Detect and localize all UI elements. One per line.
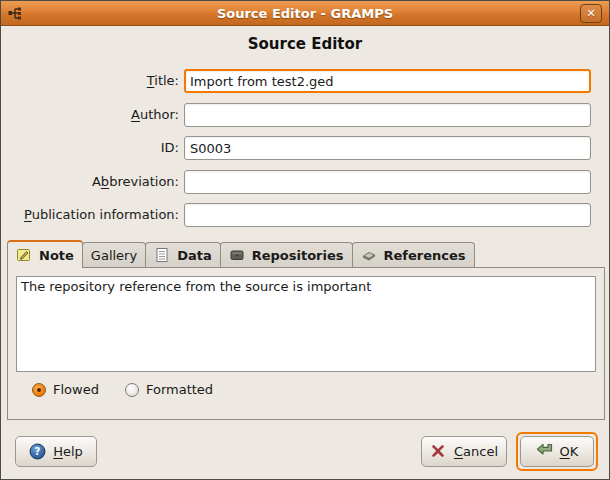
tab-note-label: Note [39, 248, 74, 263]
close-button[interactable]: ✕ [580, 4, 602, 23]
ok-button[interactable]: OK [520, 436, 594, 467]
cancel-icon [430, 443, 447, 460]
note-panel: The repository reference from the source… [7, 267, 605, 420]
data-icon [154, 247, 171, 264]
title-label: Title: [5, 69, 179, 93]
id-label: ID: [5, 136, 179, 160]
repositories-icon [229, 247, 246, 264]
formatted-radio[interactable]: Formatted [125, 382, 213, 397]
tab-data[interactable]: Data [145, 242, 221, 267]
title-input[interactable] [184, 69, 591, 93]
note-textarea[interactable]: The repository reference from the source… [16, 276, 596, 372]
form-row-author: Author: [5, 103, 591, 127]
window-title: Source Editor - GRAMPS [1, 6, 609, 21]
note-format-options: Flowed Formatted [32, 382, 213, 397]
radio-selected-icon [32, 383, 46, 397]
titlebar[interactable]: Source Editor - GRAMPS ✕ [1, 1, 609, 26]
help-icon: ? [29, 443, 46, 460]
publication-label: Publication information: [5, 203, 179, 227]
help-button[interactable]: ? Help [15, 436, 97, 467]
page-title: Source Editor [1, 35, 609, 53]
cancel-button-label: Cancel [454, 444, 498, 459]
flowed-radio[interactable]: Flowed [32, 382, 99, 397]
form-row-abbreviation: Abbreviation: [5, 170, 591, 194]
ok-button-focus-ring: OK [516, 432, 598, 471]
close-icon: ✕ [586, 7, 595, 20]
formatted-label: Formatted [146, 382, 213, 397]
tab-repositories[interactable]: Repositories [220, 242, 353, 267]
form-row-publication: Publication information: [5, 203, 591, 227]
form-row-title: Title: [5, 69, 591, 93]
publication-input[interactable] [184, 203, 591, 227]
tab-data-label: Data [177, 248, 212, 263]
tab-gallery-label: Gallery [91, 248, 137, 263]
author-input[interactable] [184, 103, 591, 127]
notebook-tabs: Note Gallery Data Repositories [7, 240, 475, 268]
abbreviation-label: Abbreviation: [5, 170, 179, 194]
author-label: Author: [5, 103, 179, 127]
id-input[interactable] [184, 136, 591, 160]
flowed-label: Flowed [53, 382, 99, 397]
form-row-id: ID: [5, 136, 591, 160]
references-icon [361, 247, 378, 264]
tab-note[interactable]: Note [7, 240, 83, 268]
help-button-label: Help [53, 444, 83, 459]
cancel-button[interactable]: Cancel [421, 436, 507, 467]
ok-button-label: OK [560, 444, 579, 459]
tab-references-label: References [384, 248, 466, 263]
tab-references[interactable]: References [352, 242, 475, 267]
radio-unselected-icon [125, 383, 139, 397]
ok-enter-arrow-icon [536, 443, 553, 460]
abbreviation-input[interactable] [184, 170, 591, 194]
svg-text:?: ? [35, 446, 41, 457]
source-editor-dialog: Source Editor - GRAMPS ✕ Source Editor T… [0, 0, 610, 480]
tab-gallery[interactable]: Gallery [82, 242, 146, 267]
note-icon [16, 247, 33, 264]
tab-repositories-label: Repositories [252, 248, 344, 263]
